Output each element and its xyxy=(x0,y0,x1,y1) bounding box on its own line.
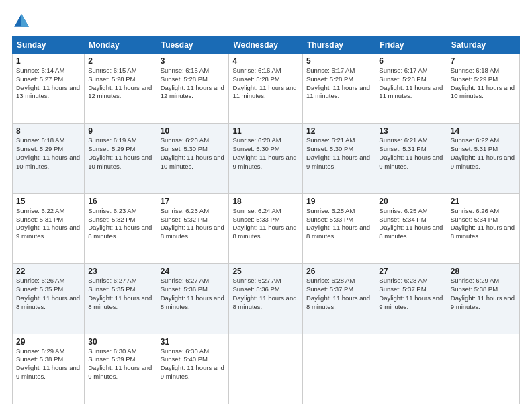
day-number: 9 xyxy=(88,126,152,136)
calendar-cell: 29Sunrise: 6:29 AMSunset: 5:38 PMDayligh… xyxy=(13,334,85,404)
day-info: Sunrise: 6:28 AMSunset: 5:37 PMDaylight:… xyxy=(306,277,371,311)
day-info: Sunrise: 6:15 AMSunset: 5:28 PMDaylight:… xyxy=(161,66,226,101)
day-number: 18 xyxy=(232,197,299,206)
day-info: Sunrise: 6:21 AMSunset: 5:31 PMDaylight:… xyxy=(379,136,443,171)
day-info: Sunrise: 6:21 AMSunset: 5:30 PMDaylight:… xyxy=(306,136,371,171)
calendar-cell: 28Sunrise: 6:29 AMSunset: 5:38 PMDayligh… xyxy=(447,264,519,334)
calendar-cell: 11Sunrise: 6:20 AMSunset: 5:30 PMDayligh… xyxy=(229,124,303,193)
logo xyxy=(12,12,34,31)
calendar-cell: 27Sunrise: 6:28 AMSunset: 5:37 PMDayligh… xyxy=(375,264,447,334)
day-info: Sunrise: 6:15 AMSunset: 5:28 PMDaylight:… xyxy=(88,66,152,101)
day-number: 17 xyxy=(161,197,226,206)
day-number: 12 xyxy=(306,126,371,136)
calendar-cell: 17Sunrise: 6:23 AMSunset: 5:32 PMDayligh… xyxy=(157,193,229,263)
week-row-5: 29Sunrise: 6:29 AMSunset: 5:38 PMDayligh… xyxy=(13,334,520,404)
calendar-cell: 16Sunrise: 6:23 AMSunset: 5:32 PMDayligh… xyxy=(85,193,157,263)
calendar-cell: 3Sunrise: 6:15 AMSunset: 5:28 PMDaylight… xyxy=(157,54,229,124)
weekday-header-thursday: Thursday xyxy=(303,37,375,54)
week-row-2: 8Sunrise: 6:18 AMSunset: 5:29 PMDaylight… xyxy=(13,124,520,193)
calendar-cell: 25Sunrise: 6:27 AMSunset: 5:36 PMDayligh… xyxy=(229,264,303,334)
page: SundayMondayTuesdayWednesdayThursdayFrid… xyxy=(0,0,532,411)
logo-icon xyxy=(12,12,31,31)
day-number: 13 xyxy=(379,126,443,136)
calendar-cell: 23Sunrise: 6:27 AMSunset: 5:35 PMDayligh… xyxy=(85,264,157,334)
day-info: Sunrise: 6:17 AMSunset: 5:28 PMDaylight:… xyxy=(379,66,443,101)
day-info: Sunrise: 6:23 AMSunset: 5:32 PMDaylight:… xyxy=(88,207,152,241)
day-info: Sunrise: 6:26 AMSunset: 5:34 PMDaylight:… xyxy=(451,207,516,241)
calendar-cell: 5Sunrise: 6:17 AMSunset: 5:28 PMDaylight… xyxy=(303,54,375,124)
day-number: 28 xyxy=(451,267,516,276)
day-number: 31 xyxy=(161,337,226,347)
calendar-cell: 30Sunrise: 6:30 AMSunset: 5:39 PMDayligh… xyxy=(85,334,157,404)
weekday-header-wednesday: Wednesday xyxy=(229,37,303,54)
svg-marker-1 xyxy=(21,14,29,27)
weekday-header-monday: Monday xyxy=(85,37,157,54)
day-number: 8 xyxy=(16,126,81,136)
day-info: Sunrise: 6:17 AMSunset: 5:28 PMDaylight:… xyxy=(306,66,371,101)
day-number: 19 xyxy=(306,197,371,206)
day-info: Sunrise: 6:25 AMSunset: 5:34 PMDaylight:… xyxy=(379,207,443,241)
day-number: 11 xyxy=(232,126,299,136)
day-info: Sunrise: 6:14 AMSunset: 5:27 PMDaylight:… xyxy=(16,66,81,101)
calendar-cell: 10Sunrise: 6:20 AMSunset: 5:30 PMDayligh… xyxy=(157,124,229,193)
week-row-3: 15Sunrise: 6:22 AMSunset: 5:31 PMDayligh… xyxy=(13,193,520,263)
day-number: 10 xyxy=(161,126,226,136)
day-number: 3 xyxy=(161,56,226,66)
day-number: 25 xyxy=(232,267,299,276)
day-number: 2 xyxy=(88,56,152,66)
day-info: Sunrise: 6:20 AMSunset: 5:30 PMDaylight:… xyxy=(232,136,299,171)
day-info: Sunrise: 6:20 AMSunset: 5:30 PMDaylight:… xyxy=(161,136,226,171)
calendar-cell xyxy=(229,334,303,404)
day-info: Sunrise: 6:19 AMSunset: 5:29 PMDaylight:… xyxy=(88,136,152,171)
weekday-header-row: SundayMondayTuesdayWednesdayThursdayFrid… xyxy=(13,37,520,54)
calendar-cell xyxy=(375,334,447,404)
calendar-cell: 31Sunrise: 6:30 AMSunset: 5:40 PMDayligh… xyxy=(157,334,229,404)
calendar-cell: 8Sunrise: 6:18 AMSunset: 5:29 PMDaylight… xyxy=(13,124,85,193)
calendar-cell: 9Sunrise: 6:19 AMSunset: 5:29 PMDaylight… xyxy=(85,124,157,193)
day-info: Sunrise: 6:27 AMSunset: 5:35 PMDaylight:… xyxy=(88,277,152,311)
day-number: 30 xyxy=(88,337,152,347)
calendar-cell: 6Sunrise: 6:17 AMSunset: 5:28 PMDaylight… xyxy=(375,54,447,124)
day-number: 6 xyxy=(379,56,443,66)
day-info: Sunrise: 6:22 AMSunset: 5:31 PMDaylight:… xyxy=(451,136,516,171)
calendar-cell: 4Sunrise: 6:16 AMSunset: 5:28 PMDaylight… xyxy=(229,54,303,124)
day-number: 26 xyxy=(306,267,371,276)
calendar-cell xyxy=(303,334,375,404)
calendar-cell: 13Sunrise: 6:21 AMSunset: 5:31 PMDayligh… xyxy=(375,124,447,193)
calendar-cell: 21Sunrise: 6:26 AMSunset: 5:34 PMDayligh… xyxy=(447,193,519,263)
week-row-1: 1Sunrise: 6:14 AMSunset: 5:27 PMDaylight… xyxy=(13,54,520,124)
day-info: Sunrise: 6:29 AMSunset: 5:38 PMDaylight:… xyxy=(451,277,516,311)
day-info: Sunrise: 6:18 AMSunset: 5:29 PMDaylight:… xyxy=(451,66,516,101)
calendar-table: SundayMondayTuesdayWednesdayThursdayFrid… xyxy=(12,36,520,404)
day-number: 22 xyxy=(16,267,81,276)
day-info: Sunrise: 6:27 AMSunset: 5:36 PMDaylight:… xyxy=(232,277,299,311)
calendar-cell: 14Sunrise: 6:22 AMSunset: 5:31 PMDayligh… xyxy=(447,124,519,193)
day-info: Sunrise: 6:25 AMSunset: 5:33 PMDaylight:… xyxy=(306,207,371,241)
calendar-cell: 19Sunrise: 6:25 AMSunset: 5:33 PMDayligh… xyxy=(303,193,375,263)
day-info: Sunrise: 6:30 AMSunset: 5:40 PMDaylight:… xyxy=(161,347,226,381)
day-info: Sunrise: 6:24 AMSunset: 5:33 PMDaylight:… xyxy=(232,207,299,241)
calendar-cell: 20Sunrise: 6:25 AMSunset: 5:34 PMDayligh… xyxy=(375,193,447,263)
day-number: 15 xyxy=(16,197,81,206)
weekday-header-friday: Friday xyxy=(375,37,447,54)
weekday-header-saturday: Saturday xyxy=(447,37,519,54)
day-number: 20 xyxy=(379,197,443,206)
calendar-cell: 24Sunrise: 6:27 AMSunset: 5:36 PMDayligh… xyxy=(157,264,229,334)
day-number: 21 xyxy=(451,197,516,206)
day-info: Sunrise: 6:16 AMSunset: 5:28 PMDaylight:… xyxy=(232,66,299,101)
calendar-cell: 26Sunrise: 6:28 AMSunset: 5:37 PMDayligh… xyxy=(303,264,375,334)
weekday-header-tuesday: Tuesday xyxy=(157,37,229,54)
day-number: 24 xyxy=(161,267,226,276)
day-info: Sunrise: 6:28 AMSunset: 5:37 PMDaylight:… xyxy=(379,277,443,311)
day-number: 14 xyxy=(451,126,516,136)
week-row-4: 22Sunrise: 6:26 AMSunset: 5:35 PMDayligh… xyxy=(13,264,520,334)
calendar-cell: 2Sunrise: 6:15 AMSunset: 5:28 PMDaylight… xyxy=(85,54,157,124)
day-number: 7 xyxy=(451,56,516,66)
day-info: Sunrise: 6:27 AMSunset: 5:36 PMDaylight:… xyxy=(161,277,226,311)
calendar-cell: 18Sunrise: 6:24 AMSunset: 5:33 PMDayligh… xyxy=(229,193,303,263)
calendar-cell: 15Sunrise: 6:22 AMSunset: 5:31 PMDayligh… xyxy=(13,193,85,263)
calendar-cell: 7Sunrise: 6:18 AMSunset: 5:29 PMDaylight… xyxy=(447,54,519,124)
calendar-cell: 1Sunrise: 6:14 AMSunset: 5:27 PMDaylight… xyxy=(13,54,85,124)
day-info: Sunrise: 6:30 AMSunset: 5:39 PMDaylight:… xyxy=(88,347,152,381)
header xyxy=(12,12,520,31)
